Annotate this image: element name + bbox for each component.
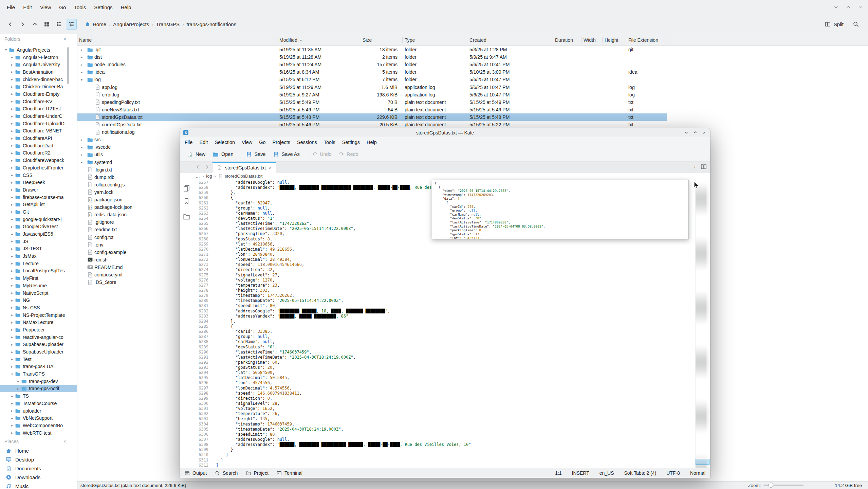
sidebar-folder-myresume[interactable]: ▸MyResume [0, 282, 77, 289]
sidebar-folder-chicken-dinner-bac[interactable]: ▸chicken-dinner-bac [0, 76, 77, 83]
expander-icon[interactable]: ▸ [10, 166, 14, 169]
expander-icon[interactable]: ▸ [10, 188, 14, 192]
expander-icon[interactable]: ▸ [10, 99, 14, 103]
sidebar-folder-supabaseuploader[interactable]: ▸SupabaseUploader [0, 348, 77, 356]
filesystem-toolview-icon[interactable] [183, 213, 190, 220]
breadcrumb-item-transgps[interactable]: TransGPS [154, 20, 182, 28]
folders-tree[interactable]: ▾AngularProjects▸Angular-Electron▸Angula… [0, 46, 77, 437]
tab-settings[interactable]: Soft Tabs: 2 (4) [624, 470, 657, 476]
output-toggle-button[interactable]: Output [185, 470, 207, 476]
details-view-button[interactable] [66, 19, 77, 30]
file-row[interactable]: oneNewStatus.txt5/15/25 at 5:49 PM64 Bpl… [77, 106, 667, 113]
expander-icon[interactable]: ▾ [81, 76, 82, 83]
kate-menu-go[interactable]: Go [256, 139, 269, 146]
minimap-view-indicator[interactable] [696, 459, 709, 465]
expander-icon[interactable]: ▸ [10, 173, 14, 177]
sidebar-folder-test[interactable]: ▸Test [0, 356, 77, 363]
breadcrumb-item-home[interactable]: Home [83, 20, 108, 28]
sidebar-folder-drawer[interactable]: ▸Drawer [0, 186, 77, 194]
expander-icon[interactable]: ▸ [10, 181, 14, 184]
save-as-button[interactable]: Save As [270, 149, 303, 159]
dolphin-menu-view[interactable]: View [36, 3, 55, 12]
column-header-size[interactable]: Size [363, 34, 372, 46]
sidebar-folder-cloudflare-kv[interactable]: ▸Cloudflare-KV [0, 98, 77, 105]
undo-button[interactable]: ↶Undo [309, 149, 335, 159]
expander-icon[interactable]: ▸ [10, 284, 14, 287]
column-header-created[interactable]: Created [469, 34, 486, 46]
sidebar-folder-nsmaxlecture[interactable]: ▸NsMaxLecture [0, 319, 77, 326]
expander-icon[interactable]: ▸ [10, 321, 14, 324]
file-row[interactable]: ▸.git5/19/25 at 11:35 AM13 itemsfolder5/… [77, 46, 667, 53]
sidebar-folder-uploader[interactable]: ▸uploader [0, 407, 77, 415]
encoding[interactable]: UTF-8 [666, 470, 680, 476]
file-row[interactable]: ▾log5/15/25 at 6:12 PM7 itemsfolder5/6/2… [77, 76, 667, 83]
sidebar-folder-js[interactable]: ▸JS [0, 238, 77, 245]
sidebar-folder-localpostgresqltes[interactable]: ▸LocalPostgreSqlTes [0, 267, 77, 275]
sidebar-folder-tsmatioscourse[interactable]: ▸TsMatiosCourse [0, 400, 77, 407]
expander-icon[interactable]: ▸ [10, 247, 14, 251]
column-header-modified[interactable]: Modified▾ [279, 34, 302, 46]
expander-icon[interactable]: ▸ [10, 416, 14, 420]
sidebar-folder-ns-css[interactable]: ▸Ns-CSS [0, 304, 77, 311]
sidebar-folder-js-test[interactable]: ▸JS-TEST [0, 245, 77, 253]
expander-icon[interactable]: ▸ [10, 63, 14, 67]
sidebar-folder-ng[interactable]: ▸NG [0, 296, 77, 304]
expander-icon[interactable]: ▸ [10, 122, 14, 125]
expander-icon[interactable]: ▸ [10, 409, 14, 413]
sidebar-folder-jsmax[interactable]: ▸JsMax [0, 252, 77, 260]
expander-icon[interactable]: ▸ [10, 77, 14, 81]
expander-icon[interactable]: ▸ [81, 68, 82, 76]
close-panel-icon[interactable]: × [63, 439, 66, 444]
sidebar-folder-trans-gps-lua[interactable]: ▸trans-gps-LUA [0, 363, 77, 370]
breadcrumb-item-trans-gps-notifications[interactable]: trans-gps-notifications [184, 20, 238, 28]
sidebar-folder-angular-electron[interactable]: ▸Angular-Electron [0, 54, 77, 61]
zoom-slider[interactable] [763, 485, 804, 486]
up-button[interactable] [29, 18, 41, 30]
place-item-desktop[interactable]: Desktop [0, 455, 77, 464]
place-item-downloads[interactable]: Downloads [0, 473, 77, 482]
expander-icon[interactable]: ▸ [10, 401, 14, 405]
sidebar-folder-cloudflare-r2test[interactable]: ▸Cloudflare-R2Test [0, 105, 77, 113]
open-button[interactable]: Open [209, 149, 237, 159]
sidebar-folder-cloudflare-underc[interactable]: ▸Cloudflare-UnderC [0, 112, 77, 120]
place-item-home[interactable]: Home [0, 446, 77, 455]
expander-icon[interactable]: ▸ [10, 423, 14, 427]
redo-button[interactable]: ↷Redo [335, 149, 362, 159]
sidebar-folder-cryptochestfronter[interactable]: ▸CryptochestFronter [0, 164, 77, 171]
sidebar-folder-webrtc-test[interactable]: ▸WebRTC-test [0, 429, 77, 437]
expander-icon[interactable]: ▸ [10, 225, 14, 229]
expander-icon[interactable]: ▸ [10, 107, 14, 111]
expander-icon[interactable]: ▸ [10, 431, 14, 435]
input-mode[interactable]: INSERT [572, 470, 589, 476]
sidebar-folder-webcomponentbo[interactable]: ▸WebComponentBo [0, 422, 77, 429]
tab-storedgpsdatas[interactable]: storedGpsDatas.txt × [212, 162, 276, 173]
dolphin-menu-file[interactable]: File [3, 3, 19, 12]
expander-icon[interactable]: ▸ [10, 298, 14, 302]
dolphin-menu-tools[interactable]: Tools [70, 3, 90, 12]
place-item-documents[interactable]: Documents [0, 464, 77, 473]
expander-icon[interactable]: ▸ [10, 313, 14, 317]
documents-toolview-icon[interactable] [183, 185, 190, 192]
sidebar-folder-myfirst[interactable]: ▸MyFirst [0, 274, 77, 282]
expander-icon[interactable]: ▸ [10, 291, 14, 295]
expander-icon[interactable]: ▸ [10, 343, 14, 346]
file-row[interactable]: currentGpsData.txt5/15/25 at 5:46 PM20.5… [77, 121, 667, 128]
sidebar-folder-nativescript[interactable]: ▸NativeScript [0, 289, 77, 297]
sidebar-folder-deepseek[interactable]: ▸DeepSeek [0, 179, 77, 186]
expander-icon[interactable]: ▸ [10, 335, 14, 339]
places-list[interactable]: HomeDesktopDocumentsDownloadsMusic [0, 446, 77, 489]
zoom-slider-handle[interactable] [768, 483, 773, 488]
sidebar-folder-googledrivetest[interactable]: ▸GoogleDriveTest [0, 223, 77, 231]
minimize-icon[interactable] [684, 130, 689, 135]
sidebar-folder-getapilist[interactable]: ▸GetApiList [0, 201, 77, 208]
sidebar-folder-chicken-dinner-ba[interactable]: ▸Chicken-Dinner-Ba [0, 83, 77, 90]
sidebar-folder-firebase-course-ma[interactable]: ▸firebase-course-ma [0, 194, 77, 201]
sidebar-folder-trans-gps-notif[interactable]: ▸trans-gps-notif [0, 385, 77, 393]
sidebar-folder-css[interactable]: ▸CSS [0, 171, 77, 179]
expander-icon[interactable]: ▸ [10, 306, 14, 309]
expander-icon[interactable]: ▸ [10, 137, 14, 140]
expander-icon[interactable]: ▸ [81, 53, 82, 61]
expander-icon[interactable]: ▸ [10, 144, 14, 147]
column-header-type[interactable]: Type [405, 34, 415, 46]
breadcrumb-item-angularprojects[interactable]: AngularProjects [111, 20, 151, 28]
